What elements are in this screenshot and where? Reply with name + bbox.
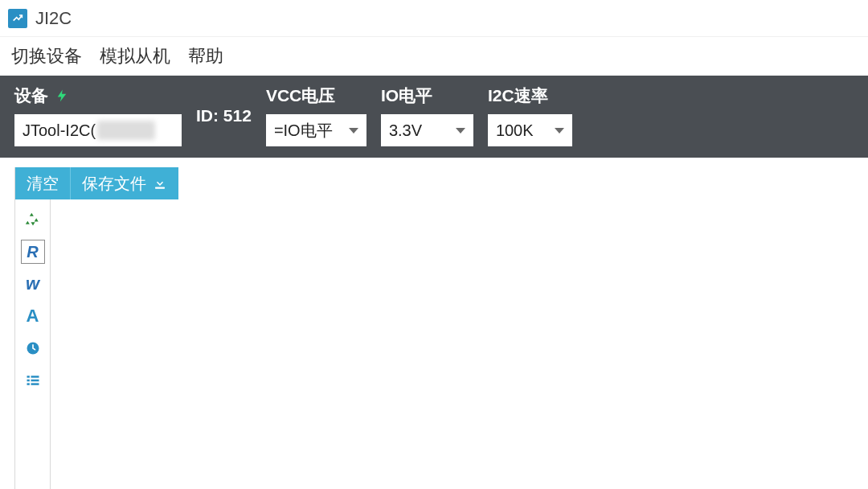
vcc-group: VCC电压 =IO电平 <box>266 84 366 146</box>
svg-rect-3 <box>31 376 39 378</box>
svg-rect-0 <box>155 187 165 189</box>
tool-recycle[interactable] <box>21 208 45 232</box>
chevron-down-icon <box>349 128 358 134</box>
rate-label: I2C速率 <box>488 84 548 107</box>
chevron-down-icon <box>456 128 465 134</box>
menu-simulate-slave[interactable]: 模拟从机 <box>100 44 170 68</box>
io-select[interactable]: 3.3V <box>381 114 473 146</box>
menu-help[interactable]: 帮助 <box>188 44 223 68</box>
clock-icon <box>25 340 41 356</box>
body-area: R w A <box>15 199 868 489</box>
tab-bar: 清空 保存文件 <box>15 167 868 199</box>
rate-value: 100K <box>496 121 534 140</box>
tool-clock[interactable] <box>21 336 45 360</box>
app-icon <box>8 9 27 28</box>
tab-save-file[interactable]: 保存文件 <box>70 167 178 199</box>
rate-group: I2C速率 100K <box>488 84 572 146</box>
rate-select[interactable]: 100K <box>488 114 572 146</box>
io-value: 3.3V <box>389 121 422 140</box>
side-toolbar: R w A <box>15 199 51 489</box>
title-bar: JI2C <box>0 0 868 37</box>
vcc-label: VCC电压 <box>266 84 335 107</box>
svg-rect-6 <box>27 383 29 385</box>
chevron-down-icon <box>555 128 564 134</box>
vcc-select[interactable]: =IO电平 <box>266 114 366 146</box>
menu-switch-device[interactable]: 切换设备 <box>11 44 82 68</box>
menu-bar: 切换设备 模拟从机 帮助 <box>0 37 868 76</box>
tool-r[interactable]: R <box>21 240 45 264</box>
spacer <box>0 158 868 167</box>
main-canvas[interactable] <box>51 199 868 489</box>
tab-clear[interactable]: 清空 <box>15 167 70 199</box>
tool-list[interactable] <box>21 368 45 392</box>
vcc-value: =IO电平 <box>274 120 333 142</box>
download-icon <box>153 176 167 191</box>
device-select[interactable]: JTool-I2C( <box>14 114 182 146</box>
svg-rect-4 <box>27 380 29 382</box>
tool-a[interactable]: A <box>21 304 45 328</box>
tab-save-file-label: 保存文件 <box>82 173 146 195</box>
device-group: 设备 JTool-I2C( <box>14 84 182 146</box>
window-title: JI2C <box>35 8 72 29</box>
recycle-icon <box>25 212 41 228</box>
r-icon: R <box>27 243 38 261</box>
device-blur <box>97 121 155 140</box>
w-icon: w <box>26 273 39 294</box>
id-group: ID: 512 <box>196 84 252 148</box>
a-icon: A <box>27 306 39 327</box>
list-icon <box>25 372 41 388</box>
device-id: ID: 512 <box>196 106 252 125</box>
device-value: JTool-I2C( <box>23 121 96 140</box>
tool-w[interactable]: w <box>21 272 45 296</box>
io-group: IO电平 3.3V <box>381 84 473 146</box>
io-label: IO电平 <box>381 84 432 107</box>
svg-rect-2 <box>27 376 29 378</box>
content-area: 清空 保存文件 R w A <box>14 167 868 489</box>
svg-rect-7 <box>31 383 39 385</box>
settings-bar: 设备 JTool-I2C( ID: 512 VCC电压 =IO电平 IO电平 <box>0 76 868 158</box>
svg-rect-5 <box>31 380 39 382</box>
bolt-icon <box>55 86 69 105</box>
device-label: 设备 <box>14 84 48 107</box>
tab-clear-label: 清空 <box>27 173 59 195</box>
